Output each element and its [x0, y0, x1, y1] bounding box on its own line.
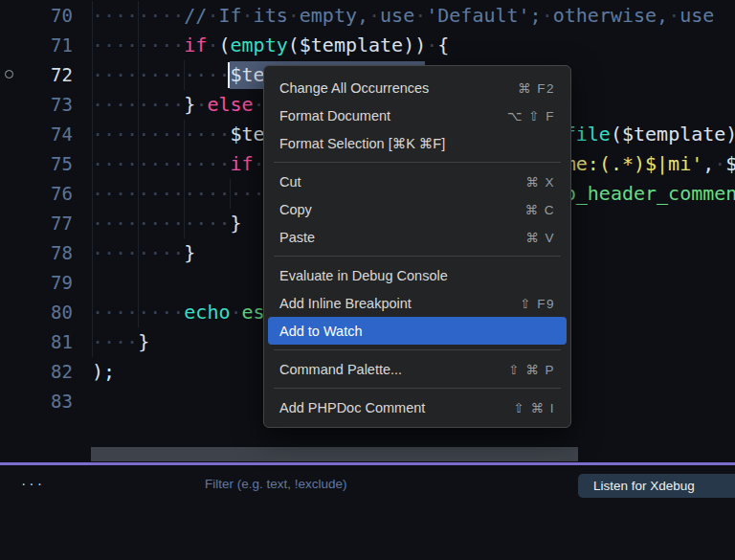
whitespace-dots: · — [242, 4, 254, 27]
line-number[interactable]: 77 — [51, 209, 73, 238]
whitespace-dots: ········ — [92, 241, 184, 264]
code-token: ($template)) — [288, 34, 427, 56]
code-text: ····} — [92, 330, 149, 353]
code-token: use — [380, 4, 414, 27]
code-text: ········//·If·its·empty,·use·'Default';·… — [92, 4, 714, 27]
line-number[interactable]: 83 — [51, 387, 73, 416]
code-token: echo — [184, 301, 230, 324]
horizontal-scrollbar[interactable] — [91, 447, 578, 461]
gutter[interactable]: 78 — [0, 238, 92, 268]
whitespace-dots: · — [195, 93, 207, 116]
code-token: if — [184, 34, 207, 56]
gutter[interactable]: 70 — [0, 1, 92, 31]
line-number[interactable]: 76 — [51, 179, 73, 209]
gutter[interactable]: 73 — [0, 90, 92, 120]
panel-border — [0, 462, 735, 465]
menu-item-add-to-watch[interactable]: Add to Watch — [268, 317, 567, 345]
line-number[interactable]: 81 — [51, 327, 73, 357]
menu-item-paste[interactable]: Paste⌘ V — [268, 223, 567, 251]
menu-item-label: Format Selection [⌘K ⌘F] — [279, 136, 445, 151]
code-token: , — [702, 152, 714, 175]
menu-item-shortcut: ⌘ X — [525, 174, 555, 190]
gutter[interactable]: 74 — [0, 120, 92, 149]
menu-item-cut[interactable]: Cut⌘ X — [268, 168, 567, 195]
whitespace-dots: · — [288, 4, 300, 27]
whitespace-dots: ············ — [92, 63, 231, 86]
whitespace-dots: ········ — [92, 301, 184, 324]
line-number[interactable]: 71 — [51, 31, 73, 60]
line-number[interactable]: 73 — [51, 90, 73, 120]
code-text: ········if·(empty($template))·{ — [92, 34, 449, 56]
menu-item-shortcut: ⌘ F2 — [518, 80, 555, 96]
menu-item-shortcut: ⇧ ⌘ I — [513, 400, 555, 415]
menu-item-change-all-occurrences[interactable]: Change All Occurrences⌘ F2 — [268, 74, 567, 101]
menu-item-format-selection-k-f[interactable]: Format Selection [⌘K ⌘F] — [268, 129, 567, 157]
menu-item-label: Copy — [279, 202, 312, 217]
code-token: ($template)); — [611, 123, 735, 146]
menu-item-format-document[interactable]: Format Document⌥ ⇧ F — [268, 101, 567, 129]
menu-item-shortcut: ⌘ C — [525, 202, 556, 217]
whitespace-dots: ················ — [92, 182, 277, 205]
gutter[interactable]: 80 — [0, 298, 92, 327]
code-token: } — [184, 241, 195, 264]
gutter[interactable]: 81 — [0, 327, 92, 357]
context-menu: Change All Occurrences⌘ F2Format Documen… — [263, 65, 571, 428]
line-number[interactable]: 72 — [51, 60, 73, 90]
line-number[interactable]: 70 — [51, 1, 73, 31]
whitespace-dots: · — [231, 301, 242, 324]
code-text: ········} — [92, 241, 195, 264]
code-content[interactable]: ········if·(empty($template))·{ — [92, 31, 735, 60]
debug-panel: ··· Listen for Xdebug — [0, 465, 735, 560]
whitespace-dots: · — [207, 4, 218, 27]
menu-item-command-palette[interactable]: Command Palette...⇧ ⌘ P — [268, 355, 567, 383]
code-token: its — [254, 4, 288, 27]
line-number[interactable]: 80 — [51, 298, 73, 327]
indent-guide-line — [138, 268, 139, 298]
line-number[interactable]: 74 — [51, 120, 73, 149]
line-number[interactable]: 82 — [51, 357, 73, 387]
code-token: // — [184, 4, 207, 27]
menu-item-shortcut: ⇧ F9 — [520, 296, 555, 311]
line-number[interactable]: 78 — [51, 238, 73, 268]
gutter[interactable]: 79 — [0, 268, 92, 298]
whitespace-dots: · — [207, 34, 218, 56]
line-number[interactable]: 75 — [51, 149, 73, 179]
menu-item-copy[interactable]: Copy⌘ C — [268, 195, 567, 223]
more-actions-icon[interactable]: ··· — [21, 477, 45, 492]
menu-item-evaluate-in-debug-console[interactable]: Evaluate in Debug Console — [268, 261, 567, 289]
code-line: 71········if·(empty($template))·{ — [0, 31, 735, 60]
menu-separator — [274, 349, 561, 350]
menu-item-shortcut: ⇧ ⌘ P — [508, 362, 555, 377]
menu-separator — [274, 388, 561, 389]
gutter[interactable]: 71 — [0, 31, 92, 60]
gutter[interactable]: 77 — [0, 209, 92, 238]
code-line: 70········//·If·its·empty,·use·'Default'… — [0, 1, 735, 31]
menu-item-shortcut: ⌘ V — [525, 230, 555, 245]
code-text: ············} — [92, 212, 242, 235]
listen-for-xdebug-button[interactable]: Listen for Xdebug — [578, 474, 735, 498]
whitespace-dots: · — [368, 4, 380, 27]
code-token: otherwise, — [553, 4, 668, 27]
code-token: If — [218, 4, 241, 27]
menu-item-label: Add PHPDoc Comment — [279, 400, 425, 415]
gutter[interactable]: 83 — [0, 387, 92, 416]
code-token: } — [231, 212, 242, 235]
menu-item-label: Paste — [279, 230, 315, 245]
menu-item-add-phpdoc-comment[interactable]: Add PHPDoc Comment⇧ ⌘ I — [268, 393, 567, 421]
code-text: ); — [92, 360, 115, 383]
gutter[interactable]: 82 — [0, 357, 92, 387]
gutter[interactable]: 72 — [0, 60, 92, 90]
gutter[interactable]: 76 — [0, 179, 92, 209]
line-number[interactable]: 79 — [51, 268, 73, 298]
menu-item-add-inline-breakpoint[interactable]: Add Inline Breakpoint⇧ F9 — [268, 289, 567, 317]
code-content[interactable]: ········//·If·its·empty,·use·'Default';·… — [92, 1, 735, 31]
whitespace-dots: · — [542, 4, 553, 27]
gutter[interactable]: 75 — [0, 149, 92, 179]
menu-item-label: Command Palette... — [279, 362, 402, 377]
menu-item-label: Evaluate in Debug Console — [279, 268, 448, 283]
whitespace-dots: ············ — [92, 212, 231, 235]
breakpoint-icon[interactable] — [5, 70, 13, 78]
code-token: ); — [92, 360, 115, 383]
filter-input[interactable] — [205, 473, 559, 494]
code-text: ········}·else·{ — [92, 93, 277, 116]
